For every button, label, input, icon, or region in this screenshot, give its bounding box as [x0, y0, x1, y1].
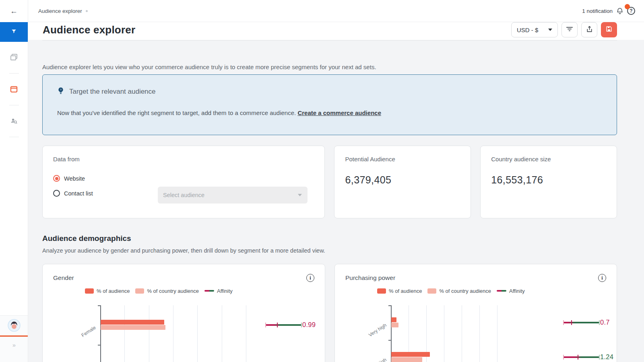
- sidebar-item-calendar[interactable]: [0, 82, 28, 98]
- sidebar: ←: [0, 0, 28, 362]
- y-axis: [100, 305, 101, 362]
- bar-country-audience: [391, 357, 422, 362]
- audience-search-icon: [10, 117, 18, 127]
- sidebar-divider: [9, 137, 19, 137]
- axis-tick: [388, 305, 391, 306]
- radio-website-label: Website: [64, 175, 85, 182]
- gridline: [479, 305, 480, 362]
- gauge-end-tick: [599, 320, 600, 325]
- sidebar-accent-line: [0, 335, 28, 337]
- create-commerce-audience-link[interactable]: Create a commerce audience: [297, 109, 381, 116]
- audience-select[interactable]: Select audience: [158, 187, 308, 204]
- axis-tick: [98, 345, 100, 346]
- intro-text: Audience explorer lets you view who your…: [42, 64, 617, 70]
- purchasing-power-chart-title: Purchasing power: [345, 274, 395, 282]
- gridline: [497, 305, 497, 362]
- legend-country-audience: % of country audience: [135, 288, 199, 294]
- affinity-gauge: [563, 322, 599, 323]
- affinity-value: 0.99: [302, 321, 316, 329]
- tip-banner-head: ? Target the relevant audience: [57, 87, 602, 97]
- sidebar-item-audience-filter[interactable]: [0, 22, 28, 42]
- export-button[interactable]: [581, 22, 597, 37]
- currency-select[interactable]: USD - $: [511, 22, 558, 37]
- legend-affinity: Affinity: [497, 288, 525, 294]
- legend-country-audience-swatch: [427, 288, 436, 294]
- save-button[interactable]: [601, 22, 617, 37]
- bar-country-audience: [391, 323, 398, 327]
- bar-audience: [391, 352, 430, 357]
- breadcrumb: Audience explorer: [38, 8, 88, 14]
- sidebar-item-pages[interactable]: [0, 50, 28, 66]
- gender-chart-legend: % of audience% of country audienceAffini…: [85, 288, 325, 294]
- legend-audience-label: % of audience: [389, 288, 422, 294]
- category-label: Female: [50, 325, 97, 358]
- breadcrumb-separator-icon: [86, 10, 88, 12]
- affinity-value: 1.24: [600, 353, 613, 361]
- gauge-start-tick: [563, 320, 564, 325]
- gauge-start-tick: [563, 355, 564, 360]
- gridline: [173, 305, 173, 362]
- potential-audience-value: 6,379,405: [345, 174, 391, 186]
- calendar-icon: [10, 85, 18, 95]
- lightbulb-icon: ?: [57, 87, 64, 97]
- back-arrow-icon: ←: [10, 7, 18, 16]
- audience-select-placeholder: Select audience: [163, 192, 204, 198]
- radio-unselected-icon: [53, 190, 60, 197]
- bell-icon[interactable]: [616, 7, 624, 15]
- radio-website[interactable]: Website: [53, 175, 85, 182]
- bar-audience: [391, 317, 396, 322]
- gridline: [462, 305, 462, 362]
- affinity-gauge: [265, 324, 301, 326]
- gauge-start-tick: [265, 323, 266, 327]
- chevron-down-icon: [298, 194, 302, 196]
- legend-audience-swatch: [85, 288, 94, 294]
- gender-chart-title: Gender: [53, 274, 74, 282]
- legend-country-audience: % of country audience: [427, 288, 491, 294]
- gridline: [222, 305, 222, 362]
- legend-audience: % of audience: [377, 288, 422, 294]
- legend-affinity-label: Affinity: [509, 288, 525, 294]
- axis-tick: [388, 340, 391, 341]
- info-glyph: i: [310, 275, 311, 281]
- category-label: Very high: [342, 322, 388, 355]
- gauge-end-tick: [599, 355, 600, 360]
- avatar[interactable]: [8, 319, 21, 332]
- filter-lines-icon: [566, 26, 573, 33]
- expand-sidebar-button[interactable]: »: [0, 341, 28, 348]
- save-floppy-icon: [605, 25, 613, 34]
- filter-button[interactable]: [561, 22, 578, 37]
- back-button[interactable]: ←: [0, 0, 28, 22]
- info-icon[interactable]: i: [306, 274, 314, 282]
- info-glyph: i: [601, 275, 603, 281]
- sidebar-divider: [9, 105, 19, 105]
- axis-tick: [98, 305, 100, 306]
- gridline: [149, 305, 149, 362]
- country-audience-value: 16,553,176: [491, 174, 543, 186]
- sidebar-footer: »: [0, 315, 28, 362]
- tip-banner-body: Now that you've identified the right seg…: [57, 109, 602, 116]
- gender-chart-head: Gender i: [43, 264, 325, 282]
- pages-icon: [10, 53, 18, 63]
- bar-country-audience: [101, 325, 165, 330]
- breadcrumb-item[interactable]: Audience explorer: [38, 8, 82, 14]
- sidebar-item-audience-search[interactable]: [0, 113, 28, 130]
- app: ←: [0, 0, 644, 362]
- double-chevron-right-icon: »: [12, 341, 15, 348]
- legend-audience: % of audience: [85, 288, 130, 294]
- bar-audience: [101, 320, 164, 325]
- summary-cards-row: Data from Website Contact list Select au…: [42, 146, 617, 218]
- chevron-down-icon: [548, 29, 552, 31]
- gauge-marker: [571, 320, 572, 325]
- data-from-label: Data from: [53, 156, 80, 162]
- demographics-subtitle: Analyze your audience by gender and purc…: [42, 247, 617, 254]
- page-header: Audience explorer USD - $: [28, 22, 644, 40]
- radio-contact-list-label: Contact list: [64, 190, 93, 197]
- affinity-gauge: [563, 356, 599, 358]
- radio-contact-list[interactable]: Contact list: [53, 190, 93, 197]
- info-icon[interactable]: i: [598, 274, 606, 282]
- legend-affinity-label: Affinity: [217, 288, 233, 294]
- topbar-actions: 1 notification ?: [582, 7, 635, 15]
- gridline: [444, 305, 444, 362]
- content: Audience explorer lets you view who your…: [28, 40, 644, 362]
- legend-audience-label: % of audience: [97, 288, 130, 294]
